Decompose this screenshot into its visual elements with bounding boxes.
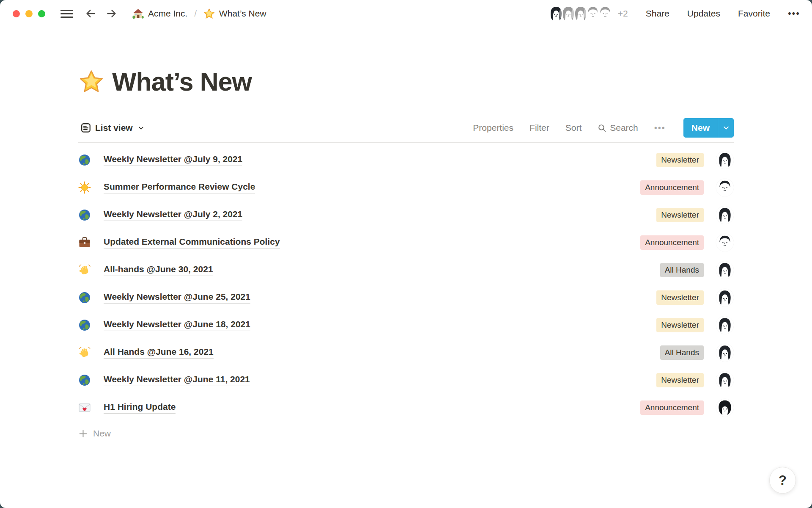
avatar xyxy=(716,371,734,389)
row-emoji-icon xyxy=(78,319,91,331)
avatar xyxy=(716,344,734,362)
forward-arrow-icon[interactable] xyxy=(104,6,119,21)
sort-button[interactable]: Sort xyxy=(565,123,582,133)
new-split-button: New xyxy=(683,118,734,138)
close-window-button[interactable] xyxy=(13,10,20,17)
list-item[interactable]: Weekly Newsletter @June 11, 2021 Newslet… xyxy=(78,366,734,394)
page-title[interactable]: What’s New xyxy=(112,67,252,97)
search-icon xyxy=(598,124,606,133)
page-link[interactable]: All Hands @June 16, 2021 xyxy=(104,347,214,359)
star-icon[interactable] xyxy=(79,69,104,94)
page-link[interactable]: H1 Hiring Update xyxy=(104,402,176,414)
help-button[interactable]: ? xyxy=(769,467,796,494)
tag-badge: All Hands xyxy=(660,263,704,277)
tag-badge: Newsletter xyxy=(656,290,704,305)
sidebar-menu-icon[interactable] xyxy=(60,8,73,19)
view-toolbar: List view Properties Filter Sort Search … xyxy=(78,118,734,138)
tag-badge: Newsletter xyxy=(656,318,704,332)
page-link[interactable]: Weekly Newsletter @July 2, 2021 xyxy=(104,209,242,221)
avatar-stack[interactable] xyxy=(548,5,614,22)
row-emoji-icon xyxy=(78,209,91,221)
row-emoji-icon xyxy=(78,291,91,304)
share-button[interactable]: Share xyxy=(646,8,669,19)
window-titlebar: Acme Inc. / What’s New +2 Share Updates … xyxy=(0,0,812,27)
app-window: Acme Inc. / What’s New +2 Share Updates … xyxy=(0,0,812,508)
minimize-window-button[interactable] xyxy=(25,10,33,17)
avatar-overflow-count: +2 xyxy=(618,8,628,19)
list-item[interactable]: Updated External Communications Policy A… xyxy=(78,229,734,256)
row-emoji-icon xyxy=(78,346,91,359)
search-button[interactable]: Search xyxy=(598,123,638,133)
list-item[interactable]: Weekly Newsletter @June 18, 2021 Newslet… xyxy=(78,311,734,339)
filter-button[interactable]: Filter xyxy=(529,123,549,133)
new-button[interactable]: New xyxy=(683,118,718,138)
page-list: Weekly Newsletter @July 9, 2021 Newslett… xyxy=(78,143,734,421)
more-options-icon[interactable]: ••• xyxy=(788,9,800,18)
row-emoji-icon xyxy=(78,181,91,194)
list-item[interactable]: All-hands @June 30, 2021 All Hands xyxy=(78,256,734,284)
page-link[interactable]: Weekly Newsletter @July 9, 2021 xyxy=(104,154,242,166)
page-link[interactable]: Weekly Newsletter @June 11, 2021 xyxy=(104,374,250,386)
tag-badge: Announcement xyxy=(640,180,704,195)
chevron-down-icon xyxy=(723,124,730,131)
avatar xyxy=(716,234,734,251)
traffic-lights xyxy=(13,10,45,17)
page-link[interactable]: Updated External Communications Policy xyxy=(104,237,280,248)
tag-badge: Newsletter xyxy=(656,373,704,387)
list-item[interactable]: Weekly Newsletter @July 9, 2021 Newslett… xyxy=(78,146,734,174)
breadcrumb-item-page[interactable]: What’s New xyxy=(201,6,269,21)
row-emoji-icon xyxy=(78,374,91,387)
avatar xyxy=(716,316,734,334)
add-new-row-button[interactable]: New xyxy=(78,421,734,446)
page-link[interactable]: Weekly Newsletter @June 18, 2021 xyxy=(104,319,250,331)
avatar xyxy=(716,289,734,306)
list-view-icon xyxy=(81,123,91,133)
star-icon xyxy=(203,8,215,19)
list-item[interactable]: Weekly Newsletter @June 25, 2021 Newslet… xyxy=(78,284,734,311)
tag-badge: Announcement xyxy=(640,400,704,415)
updates-button[interactable]: Updates xyxy=(687,8,720,19)
page-link[interactable]: All-hands @June 30, 2021 xyxy=(104,264,213,276)
back-arrow-icon[interactable] xyxy=(83,6,98,21)
list-item[interactable]: All Hands @June 16, 2021 All Hands xyxy=(78,339,734,366)
view-options-icon[interactable]: ••• xyxy=(654,124,666,132)
page-header: What’s New xyxy=(78,67,734,97)
view-switcher-list-view[interactable]: List view xyxy=(78,121,147,135)
row-emoji-icon xyxy=(78,401,91,414)
breadcrumb-separator: / xyxy=(194,9,197,19)
row-emoji-icon xyxy=(78,264,91,276)
tag-badge: Newsletter xyxy=(656,208,704,222)
avatar[interactable] xyxy=(597,5,614,22)
list-item[interactable]: Weekly Newsletter @July 2, 2021 Newslett… xyxy=(78,201,734,229)
properties-button[interactable]: Properties xyxy=(473,123,513,133)
avatar xyxy=(716,151,734,169)
tag-badge: Announcement xyxy=(640,235,704,250)
search-label: Search xyxy=(610,123,638,133)
list-item[interactable]: Summer Performance Review Cycle Announce… xyxy=(78,174,734,201)
house-icon xyxy=(132,8,144,19)
favorite-button[interactable]: Favorite xyxy=(738,8,770,19)
list-item[interactable]: H1 Hiring Update Announcement xyxy=(78,394,734,421)
add-new-label: New xyxy=(93,428,111,439)
row-emoji-icon xyxy=(78,236,91,249)
row-emoji-icon xyxy=(78,154,91,166)
breadcrumb-label: What’s New xyxy=(219,8,266,19)
view-label: List view xyxy=(95,123,133,133)
chevron-down-icon xyxy=(138,125,144,131)
plus-icon xyxy=(79,430,87,438)
tag-badge: All Hands xyxy=(660,345,704,360)
new-dropdown-button[interactable] xyxy=(718,118,734,138)
zoom-window-button[interactable] xyxy=(38,10,45,17)
page-link[interactable]: Summer Performance Review Cycle xyxy=(104,182,255,193)
page-link[interactable]: Weekly Newsletter @June 25, 2021 xyxy=(104,292,250,304)
tag-badge: Newsletter xyxy=(656,153,704,167)
avatar xyxy=(716,206,734,224)
avatar xyxy=(716,179,734,196)
breadcrumb-label: Acme Inc. xyxy=(148,8,187,19)
breadcrumb-item-workspace[interactable]: Acme Inc. xyxy=(130,6,190,21)
avatar xyxy=(716,399,734,417)
avatar xyxy=(716,261,734,279)
breadcrumb: Acme Inc. / What’s New xyxy=(130,6,269,21)
